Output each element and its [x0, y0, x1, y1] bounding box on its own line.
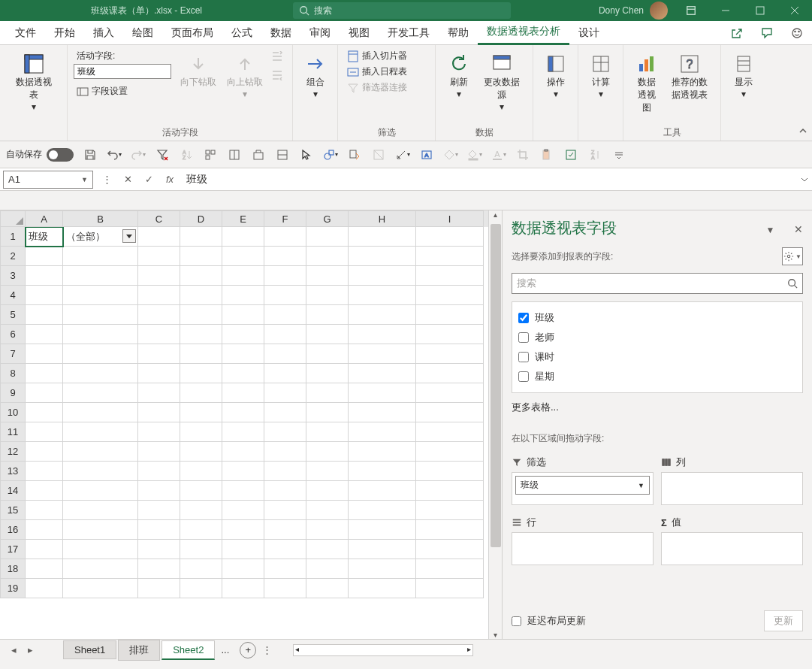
- cell-D4[interactable]: [180, 286, 222, 305]
- cell-C12[interactable]: [138, 442, 180, 462]
- share-button[interactable]: [722, 22, 752, 44]
- cell-H18[interactable]: [349, 559, 416, 579]
- cell-F1[interactable]: [264, 227, 306, 247]
- qat-btn-13[interactable]: [368, 144, 389, 165]
- actions-button[interactable]: 操作▾: [539, 48, 573, 103]
- cell-F14[interactable]: [264, 481, 306, 501]
- cell-B9[interactable]: [63, 383, 138, 403]
- cell-D13[interactable]: [180, 462, 222, 481]
- cell-C4[interactable]: [138, 286, 180, 305]
- cell-I14[interactable]: [416, 481, 484, 501]
- filter-dropdown-button[interactable]: [122, 229, 136, 243]
- cell-A3[interactable]: [26, 266, 63, 286]
- filter-chip[interactable]: 班级 ▼: [515, 476, 650, 495]
- fill-color-button[interactable]: ▾: [464, 144, 485, 165]
- cell-C11[interactable]: [138, 422, 180, 442]
- cell-I10[interactable]: [416, 403, 484, 422]
- sort-za-button[interactable]: ZA: [584, 144, 605, 165]
- cell-A5[interactable]: [26, 305, 63, 325]
- active-field-input[interactable]: [74, 64, 171, 79]
- cell-C2[interactable]: [138, 247, 180, 266]
- undo-button[interactable]: ▾: [104, 144, 125, 165]
- cell-G16[interactable]: [306, 520, 349, 540]
- qat-more-button[interactable]: [608, 144, 629, 165]
- cell-D6[interactable]: [180, 325, 222, 344]
- cell-I6[interactable]: [416, 325, 484, 344]
- cell-E18[interactable]: [222, 559, 264, 579]
- cell-F9[interactable]: [264, 383, 306, 403]
- cell-F8[interactable]: [264, 364, 306, 383]
- add-sheet-button[interactable]: +: [240, 642, 256, 658]
- cell-G13[interactable]: [306, 462, 349, 481]
- cell-D9[interactable]: [180, 383, 222, 403]
- search-box[interactable]: 搜索: [293, 2, 511, 19]
- cell-D11[interactable]: [180, 422, 222, 442]
- fx-button[interactable]: fx: [159, 169, 180, 190]
- qat-btn-14[interactable]: ▾: [392, 144, 413, 165]
- cell-A15[interactable]: [26, 501, 63, 520]
- cell-I2[interactable]: [416, 247, 484, 266]
- tab-draw[interactable]: 绘图: [123, 22, 162, 44]
- col-header-A[interactable]: A: [26, 210, 63, 227]
- cell-I9[interactable]: [416, 383, 484, 403]
- cell-G12[interactable]: [306, 442, 349, 462]
- horizontal-scrollbar[interactable]: ◂ ▸: [293, 644, 473, 656]
- crop-button[interactable]: [512, 144, 533, 165]
- change-data-source-button[interactable]: 更改数据源▾: [476, 48, 527, 116]
- field-checkbox[interactable]: [518, 313, 529, 323]
- close-button[interactable]: [777, 0, 812, 21]
- cell-I3[interactable]: [416, 266, 484, 286]
- scroll-up-icon[interactable]: ▴: [489, 210, 502, 219]
- cell-H5[interactable]: [349, 305, 416, 325]
- cell-I4[interactable]: [416, 286, 484, 305]
- qat-btn-7[interactable]: [224, 144, 245, 165]
- cell-G8[interactable]: [306, 364, 349, 383]
- maximize-button[interactable]: [743, 0, 777, 21]
- row-header-13[interactable]: 13: [0, 462, 26, 481]
- cell-F3[interactable]: [264, 266, 306, 286]
- qat-btn-12[interactable]: [344, 144, 365, 165]
- cell-G14[interactable]: [306, 481, 349, 501]
- cell-F2[interactable]: [264, 247, 306, 266]
- tab-layout[interactable]: 页面布局: [162, 22, 222, 44]
- qat-btn-8[interactable]: [248, 144, 269, 165]
- name-box[interactable]: A1 ▼: [3, 171, 93, 189]
- col-header-E[interactable]: E: [222, 210, 264, 227]
- tab-view[interactable]: 视图: [340, 22, 379, 44]
- cell-A2[interactable]: [26, 247, 63, 266]
- cell-H12[interactable]: [349, 442, 416, 462]
- cell-H11[interactable]: [349, 422, 416, 442]
- cell-F7[interactable]: [264, 344, 306, 364]
- cell-A17[interactable]: [26, 540, 63, 559]
- cell-C10[interactable]: [138, 403, 180, 422]
- cell-B16[interactable]: [63, 520, 138, 540]
- tab-pivottable-analyze[interactable]: 数据透视表分析: [478, 20, 569, 45]
- cell-G15[interactable]: [306, 501, 349, 520]
- cell-H10[interactable]: [349, 403, 416, 422]
- cell-G2[interactable]: [306, 247, 349, 266]
- cell-C19[interactable]: [138, 579, 180, 598]
- cell-B5[interactable]: [63, 305, 138, 325]
- collapse-ribbon-button[interactable]: [798, 126, 807, 138]
- cell-E16[interactable]: [222, 520, 264, 540]
- cell-D8[interactable]: [180, 364, 222, 383]
- cell-B6[interactable]: [63, 325, 138, 344]
- cell-F13[interactable]: [264, 462, 306, 481]
- tab-insert[interactable]: 插入: [84, 22, 123, 44]
- calc-button[interactable]: 计算▾: [584, 48, 618, 103]
- paste-button[interactable]: [536, 144, 557, 165]
- cell-C7[interactable]: [138, 344, 180, 364]
- cell-F4[interactable]: [264, 286, 306, 305]
- cell-A13[interactable]: [26, 462, 63, 481]
- cell-B12[interactable]: [63, 442, 138, 462]
- qat-btn-6[interactable]: [200, 144, 221, 165]
- cell-C14[interactable]: [138, 481, 180, 501]
- cell-F10[interactable]: [264, 403, 306, 422]
- cell-C3[interactable]: [138, 266, 180, 286]
- cell-H1[interactable]: [349, 227, 416, 247]
- row-header-9[interactable]: 9: [0, 383, 26, 403]
- cell-H13[interactable]: [349, 462, 416, 481]
- cell-C18[interactable]: [138, 559, 180, 579]
- cell-C5[interactable]: [138, 305, 180, 325]
- comments-button[interactable]: [752, 22, 782, 44]
